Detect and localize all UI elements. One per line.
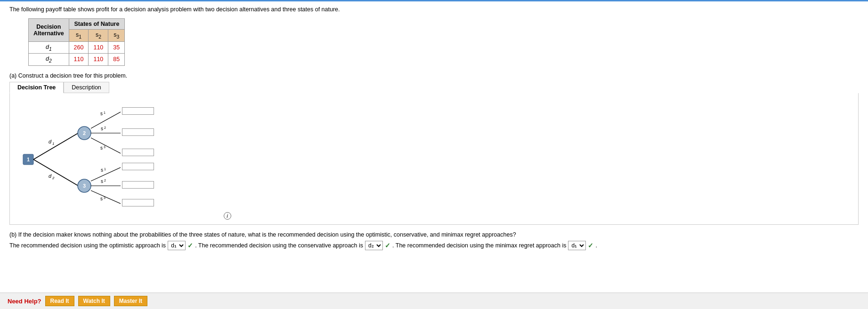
decision-alt-header: Decision Alternative [29, 19, 69, 42]
read-it-button[interactable]: Read It [45, 296, 74, 306]
watch-it-button[interactable]: Watch It [78, 296, 110, 306]
conservative-check: ✓ [385, 242, 390, 249]
node2-label: 2 [83, 130, 86, 136]
node3-s2-sub: 2 [104, 179, 106, 182]
minimax-dropdown[interactable]: d₁ d₂ [568, 241, 586, 250]
node2-s3-label: s [100, 145, 103, 151]
states-of-nature-header: States of Nature [69, 19, 125, 30]
row-d2-s3: 85 [108, 54, 125, 66]
d2-label: d [49, 173, 52, 179]
tab-decision-tree[interactable]: Decision Tree [9, 82, 64, 93]
d2-subscript: 2 [52, 176, 55, 180]
d1-subscript: 1 [52, 142, 54, 146]
part-b-question: (b) If the decision maker knows nothing … [9, 231, 859, 238]
node1-label: 1 [27, 157, 30, 162]
node3-label: 3 [83, 183, 86, 189]
minimax-prefix: . The recommended decision using the min… [392, 242, 566, 249]
optimistic-check: ✓ [187, 242, 193, 249]
node2-s2-sub: 2 [104, 126, 106, 129]
node2-s2-input[interactable] [122, 128, 156, 137]
row-d1-s1: 260 [69, 41, 89, 54]
conservative-dropdown[interactable]: d₁ d₂ [365, 241, 383, 250]
info-icon[interactable]: i [224, 212, 231, 220]
node2-s1-input[interactable] [122, 107, 156, 116]
node3-s2-label: s [101, 179, 103, 184]
row-d1-label: d1 [29, 41, 69, 54]
master-it-button[interactable]: Master It [114, 296, 147, 306]
decision-tree-svg: 1 d 1 d 2 2 s 1 [15, 98, 194, 218]
node2-s2-label: s [101, 126, 103, 131]
part-b-answer: The recommended decision using the optim… [9, 241, 859, 250]
optimistic-prefix: The recommended decision using the optim… [9, 242, 166, 249]
row-d2-label: d2 [29, 54, 69, 66]
line-d1 [33, 133, 78, 159]
row-d2-s1: 110 [69, 54, 89, 66]
problem-statement: The following payoff table shows profit … [9, 6, 859, 13]
node3-s1-input[interactable] [122, 163, 156, 171]
part-b: (b) If the decision maker knows nothing … [9, 231, 859, 250]
node3-s2-input[interactable] [122, 181, 156, 190]
minimax-check: ✓ [588, 242, 593, 249]
node2-s1-sub: 1 [104, 111, 105, 114]
need-help-bar: Need Help? Read It Watch It Master It [0, 293, 868, 309]
node2-s3-input[interactable] [122, 149, 156, 157]
need-help-label: Need Help? [8, 298, 41, 305]
row-d2-s2: 110 [89, 54, 108, 66]
line-node2-s3 [91, 138, 121, 153]
table-row: d1 260 110 35 [29, 41, 125, 54]
row-d1-s2: 110 [89, 41, 108, 54]
tab-content: 1 d 1 d 2 2 s 1 [9, 93, 859, 225]
tabs-container: Decision Tree Description [9, 82, 859, 93]
row-d1-s3: 35 [108, 41, 125, 54]
main-content: The following payoff table shows profit … [0, 1, 868, 255]
node2-s1-label: s [100, 111, 103, 116]
part-a: (a) Construct a decision tree for this p… [9, 72, 859, 225]
node3-s1-sub: 1 [104, 167, 106, 171]
table-row: d2 110 110 85 [29, 54, 125, 66]
conservative-prefix: . The recommended decision using the con… [195, 242, 363, 249]
part-a-label: (a) Construct a decision tree for this p… [9, 72, 859, 79]
node3-s3-label: s [100, 196, 103, 201]
node3-s3-sub: 3 [104, 196, 105, 199]
line-node3-s3 [91, 190, 121, 204]
end-period: . [595, 242, 597, 249]
payoff-table-wrapper: Decision Alternative States of Nature s1… [28, 18, 859, 66]
sub-header-s2: s2 [89, 30, 108, 42]
optimistic-dropdown[interactable]: d₁ d₂ [168, 241, 186, 250]
line-d2 [33, 159, 78, 186]
sub-header-s3: s3 [108, 30, 125, 42]
node3-s1-label: s [101, 167, 103, 173]
payoff-table: Decision Alternative States of Nature s1… [28, 18, 125, 66]
node2-s3-sub: 3 [104, 145, 105, 149]
tab-description[interactable]: Description [64, 82, 109, 93]
sub-header-s1: s1 [69, 30, 89, 42]
node3-s3-input[interactable] [122, 199, 156, 207]
d1-label: d [49, 139, 52, 144]
